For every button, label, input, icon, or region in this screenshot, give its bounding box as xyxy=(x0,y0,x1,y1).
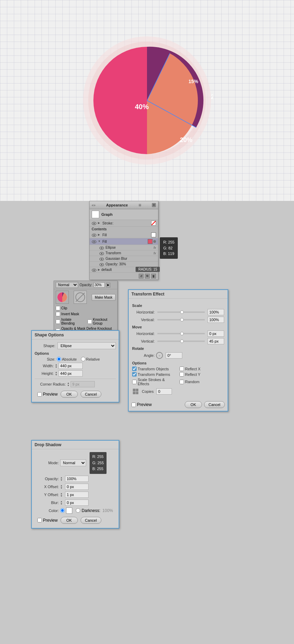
transform-preview-checkbox[interactable] xyxy=(131,403,136,407)
normal-opacity-bar: Normal Opacity: ▶ Make Mask xyxy=(54,281,118,335)
scale-h-slider[interactable] xyxy=(157,311,205,313)
default-eye-icon[interactable] xyxy=(92,268,97,272)
gaussian-blur-row: Gaussian Blur xyxy=(90,256,158,262)
shape-cancel-button[interactable]: Cancel xyxy=(81,391,101,398)
rotate-angle-row: Angle: ○ xyxy=(132,352,224,359)
shape-preview-checkbox[interactable] xyxy=(37,392,42,397)
trash-icon[interactable]: 🗑 xyxy=(151,274,156,279)
move-h-slider[interactable] xyxy=(157,333,205,334)
opacity-arrow-btn[interactable]: ▶ xyxy=(106,283,110,288)
reflect-y-checkbox[interactable] xyxy=(180,372,184,377)
ds-x-offset-stepper[interactable]: ▲ ▼ xyxy=(60,484,64,489)
ds-color-swatch[interactable] xyxy=(66,508,72,514)
scale-h-input[interactable] xyxy=(208,309,224,315)
transform-cancel-button[interactable]: Cancel xyxy=(204,401,225,408)
width-row: Width: ▲ ▼ xyxy=(35,363,116,369)
corner-radius-stepper[interactable]: ▲ ▼ xyxy=(67,382,71,387)
fill1-color-swatch[interactable] xyxy=(151,232,156,237)
transform-ok-button[interactable]: OK xyxy=(185,401,202,408)
ds-y-offset-stepper[interactable]: ▲ ▼ xyxy=(60,492,64,497)
transform-eye-icon[interactable] xyxy=(99,252,104,255)
ellipse-eye-icon[interactable] xyxy=(99,246,104,249)
opacity-bar-input[interactable] xyxy=(94,282,105,288)
scale-v-slider[interactable] xyxy=(157,319,205,320)
ds-darkness-radio[interactable] xyxy=(76,508,80,513)
move-v-slider[interactable] xyxy=(157,341,205,342)
fill1-eye-icon[interactable] xyxy=(92,233,97,237)
relative-radio-label: Relative xyxy=(81,357,100,361)
transform-effect-panel: Transform Effect Scale Horizontal: Verti… xyxy=(128,289,228,412)
make-mask-button[interactable]: Make Mask xyxy=(92,294,116,301)
rgb-b-value: B: 119 xyxy=(163,251,174,257)
ds-x-offset-input[interactable] xyxy=(65,484,89,490)
ds-cancel-button[interactable]: Cancel xyxy=(81,517,101,524)
fill1-expand-arrow[interactable]: ▶ xyxy=(98,233,101,237)
gaussian-blur-eye-icon[interactable] xyxy=(99,257,104,261)
stroke-color-swatch[interactable] xyxy=(151,221,156,226)
lower-panel: «» Appearance ≡ ✕ Graph ▶ Stroke: Conten… xyxy=(0,201,294,644)
ellipse-row: Ellipse fx xyxy=(90,245,158,250)
options-row-1: Transform Objects Reflect X xyxy=(132,367,224,371)
duplicate-icon[interactable]: ⧉ xyxy=(145,274,150,279)
random-checkbox[interactable] xyxy=(180,380,184,384)
ds-y-offset-input[interactable] xyxy=(65,492,89,498)
scale-v-input[interactable] xyxy=(208,317,224,323)
default-arrow: ▶ xyxy=(98,268,100,271)
clip-checkbox[interactable] xyxy=(56,306,60,310)
shape-type-dropdown[interactable]: Ellipse xyxy=(57,342,116,349)
scale-h-thumb[interactable] xyxy=(180,310,184,314)
transform-objects-checkbox[interactable] xyxy=(132,367,137,371)
ds-blur-label: Blur: xyxy=(35,501,59,505)
ds-opacity-input[interactable] xyxy=(65,476,89,482)
panel-menu-icon[interactable]: ≡ xyxy=(138,202,141,208)
ds-opacity-label: Opacity: xyxy=(35,477,59,481)
reflect-x-checkbox[interactable] xyxy=(180,367,184,371)
shape-ok-button[interactable]: OK xyxy=(61,391,78,398)
fill2-indicator xyxy=(153,240,156,243)
fill2-color-swatch[interactable] xyxy=(148,239,153,244)
move-h-input[interactable] xyxy=(208,330,224,337)
fill2-collapse-arrow[interactable]: ▼ xyxy=(98,240,101,243)
ds-preview-checkbox[interactable] xyxy=(37,518,42,522)
scale-v-thumb[interactable] xyxy=(180,318,184,321)
width-input[interactable] xyxy=(58,363,83,369)
fill-row-1: ▶ Fill xyxy=(90,232,158,238)
relative-radio[interactable] xyxy=(81,357,85,361)
ds-mode-label: Mode: xyxy=(35,461,59,465)
svg-point-20 xyxy=(101,258,102,260)
angle-input[interactable] xyxy=(166,352,182,359)
height-stepper[interactable]: ▲ ▼ xyxy=(55,371,58,376)
transform-patterns-checkbox[interactable] xyxy=(132,372,137,377)
ds-mode-dropdown[interactable]: Normal xyxy=(60,459,86,466)
isolate-blending-checkbox[interactable] xyxy=(56,319,60,324)
move-v-input[interactable] xyxy=(208,338,224,344)
copies-input[interactable] xyxy=(156,388,172,395)
svg-point-16 xyxy=(101,247,102,249)
rgb-r-value: R: 255 xyxy=(163,239,174,245)
opacity-eye-icon[interactable] xyxy=(99,263,104,266)
angle-dial[interactable]: ○ xyxy=(156,352,163,359)
height-input[interactable] xyxy=(58,370,83,377)
ds-blur-input[interactable] xyxy=(65,500,89,506)
rotate-section-header: Rotate xyxy=(132,346,224,351)
fill2-eye-icon[interactable] xyxy=(92,240,97,243)
knockout-group-checkbox[interactable] xyxy=(88,319,92,324)
ds-ok-button[interactable]: OK xyxy=(61,517,78,524)
move-h-thumb[interactable] xyxy=(180,332,184,335)
appearance-close-button[interactable]: ✕ xyxy=(152,203,156,207)
scale-strokes-checkbox[interactable] xyxy=(132,380,137,384)
stroke-expand-arrow[interactable]: ▶ xyxy=(98,221,101,225)
width-label: Width: xyxy=(35,364,54,368)
ds-blur-stepper[interactable]: ▲ ▼ xyxy=(60,500,64,505)
move-v-thumb[interactable] xyxy=(180,339,184,343)
scale-horizontal-row: Horizontal: xyxy=(132,309,224,315)
blend-mode-dropdown[interactable]: Normal xyxy=(56,282,78,288)
ds-color-radio[interactable] xyxy=(60,508,65,513)
refresh-icon[interactable]: ↺ xyxy=(139,274,144,279)
width-stepper[interactable]: ▲ ▼ xyxy=(55,363,58,368)
stroke-eye-icon[interactable] xyxy=(92,221,97,225)
transform-label: Transform xyxy=(105,251,152,255)
absolute-radio[interactable] xyxy=(57,357,61,361)
invert-mask-checkbox[interactable] xyxy=(56,312,60,316)
ds-opacity-stepper[interactable]: ▲ ▼ xyxy=(60,476,64,481)
